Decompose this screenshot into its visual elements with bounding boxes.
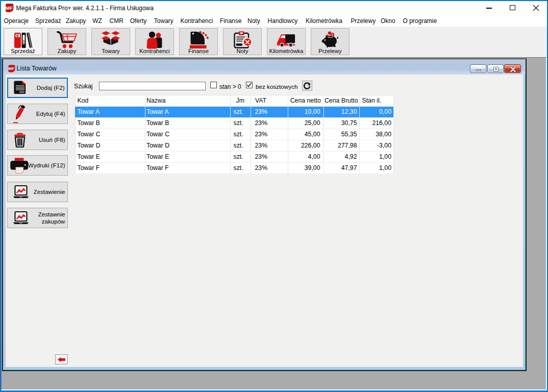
svg-text:2: 2 (332, 33, 333, 36)
svg-text:MF: MF (6, 5, 13, 11)
svg-text:MF: MF (8, 66, 14, 71)
